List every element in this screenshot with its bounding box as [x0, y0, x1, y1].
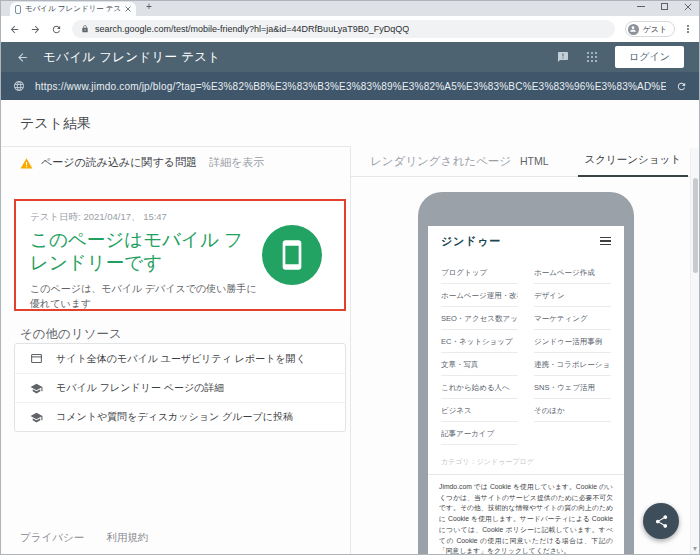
- google-apps-icon[interactable]: [587, 52, 597, 62]
- globe-icon: [13, 80, 25, 92]
- tested-url-text: https://www.jimdo.com/jp/blog/?tag=%E3%8…: [35, 81, 666, 92]
- phone-menu-item: 文章・写真: [441, 353, 518, 376]
- phone-menu-item: EC・ネットショップ: [441, 330, 518, 353]
- phone-menu-item: デザイン: [534, 284, 611, 307]
- avatar: [628, 24, 639, 35]
- app-header: モバイル フレンドリー テスト ログイン: [0, 42, 700, 72]
- browser-forward-icon[interactable]: [30, 24, 41, 35]
- scrollbar-thumb[interactable]: [693, 178, 698, 273]
- scrollbar[interactable]: [690, 148, 699, 554]
- browser-tab-strip: モバイル フレンドリー テスト - Googl +: [0, 0, 700, 16]
- jimdo-logo: ジンドゥー: [441, 234, 501, 249]
- browser-toolbar: search.google.com/test/mobile-friendly?h…: [0, 16, 700, 42]
- tested-url-bar[interactable]: https://www.jimdo.com/jp/blog/?tag=%E3%8…: [0, 72, 700, 100]
- login-button[interactable]: ログイン: [615, 46, 684, 68]
- privacy-link[interactable]: プライバシー: [20, 531, 84, 545]
- phone-menu-item: ビジネス: [441, 399, 518, 422]
- phone-menu-item: SNS・ウェブ活用: [534, 376, 611, 399]
- verdict-description: このページは、モバイル デバイスでの使い勝手に優れています: [30, 281, 258, 311]
- result-card-annotated: テスト日時: 2021/04/17、 15:47 このページはモバイル フレンド…: [14, 199, 346, 311]
- window-close-icon[interactable]: [684, 3, 692, 11]
- lock-icon: [81, 25, 89, 33]
- tab-html[interactable]: HTML: [515, 155, 554, 167]
- phone-menu-item: そのほか: [534, 399, 611, 422]
- report-icon: [30, 352, 43, 365]
- divider: [350, 146, 351, 555]
- phone-site-header: ジンドゥー: [428, 226, 624, 256]
- new-tab-button[interactable]: +: [146, 1, 152, 12]
- cookie-banner: Jimdo.com では Cookie を使用しています。Cookie のいくつ…: [428, 474, 624, 555]
- phone-menu-item: 記事アーカイブ: [441, 422, 518, 445]
- phone-menu-left: ブログトップホームページ運用・改善SEO・アクセス数アップEC・ネットショップ文…: [441, 261, 518, 445]
- preview-tab-bar: レンダリングされたページ HTML スクリーンショット: [351, 146, 700, 177]
- phone-menu-item: ホームページ作成: [534, 261, 611, 284]
- phone-category-caption: カテゴリ：ジンドゥーブログ: [441, 457, 611, 467]
- window-maximize-icon[interactable]: [661, 3, 668, 10]
- verdict-text: このページはモバイル フレンドリーです: [30, 228, 248, 275]
- phone-menu-item: マーケティング: [534, 307, 611, 330]
- app-title: モバイル フレンドリー テスト: [43, 49, 220, 66]
- phone-menu: ブログトップホームページ運用・改善SEO・アクセス数アップEC・ネットショップ文…: [428, 256, 624, 445]
- phone-menu-item: ジンドゥー活用事例: [534, 330, 611, 353]
- tab-title: モバイル フレンドリー テスト - Googl: [25, 4, 121, 14]
- resource-link-usability-report[interactable]: サイト全体のモバイル ユーザビリティ レポートを開く: [15, 344, 345, 373]
- page-title: テスト結果: [20, 115, 91, 133]
- warning-icon: [20, 157, 33, 169]
- share-button[interactable]: [643, 503, 679, 539]
- phone-menu-item: 連携・コラボレーション: [534, 353, 611, 376]
- warning-row: ページの読み込みに関する問題 詳細を表示: [20, 155, 264, 170]
- profile-label: ゲスト: [643, 24, 668, 35]
- scrollbar-down-icon[interactable]: [693, 547, 697, 551]
- resources-heading: その他のリソース: [20, 326, 122, 343]
- feedback-icon[interactable]: [557, 51, 569, 63]
- browser-tab[interactable]: モバイル フレンドリー テスト - Googl: [10, 2, 136, 16]
- phone-screenshot: ジンドゥー ブログトップホームページ運用・改善SEO・アクセス数アップEC・ネッ…: [428, 226, 624, 555]
- phone-menu-item: SEO・アクセス数アップ: [441, 307, 518, 330]
- phone-menu-item: これから始める人へ: [441, 376, 518, 399]
- phone-menu-right: ホームページ作成デザインマーケティングジンドゥー活用事例連携・コラボレーションS…: [534, 261, 611, 445]
- hamburger-icon: [600, 237, 611, 246]
- omnibox-url: search.google.com/test/mobile-friendly?h…: [95, 24, 409, 34]
- warning-details-link[interactable]: 詳細を表示: [209, 155, 264, 170]
- retest-icon[interactable]: [676, 81, 687, 92]
- resource-link-mobile-friendly-docs[interactable]: モバイル フレンドリー ページの詳細: [15, 373, 345, 402]
- phone-mockup: ジンドゥー ブログトップホームページ運用・改善SEO・アクセス数アップEC・ネッ…: [418, 192, 634, 555]
- omnibox[interactable]: search.google.com/test/mobile-friendly?h…: [72, 20, 615, 38]
- page-footer: プライバシー 利用規約: [20, 531, 148, 545]
- cookie-text: Jimdo.com では Cookie を使用しています。Cookie のいくつ…: [439, 482, 613, 555]
- rendered-page-label: レンダリングされたページ: [370, 154, 511, 169]
- app-back-icon[interactable]: [16, 51, 29, 64]
- browser-menu-icon[interactable]: [685, 25, 691, 33]
- school-icon: [30, 411, 43, 424]
- resource-link-discussion-group[interactable]: コメントや質問をディスカッション グループに投稿: [15, 402, 345, 431]
- test-date: テスト日時: 2021/04/17、 15:47: [30, 211, 330, 224]
- terms-link[interactable]: 利用規約: [106, 531, 148, 545]
- profile-button[interactable]: ゲスト: [625, 21, 676, 37]
- phone-menu-item: ホームページ運用・改善: [441, 284, 518, 307]
- tab-screenshot[interactable]: スクリーンショット: [578, 146, 688, 177]
- school-icon: [30, 382, 43, 395]
- phone-menu-item: ブログトップ: [441, 261, 518, 284]
- browser-reload-icon[interactable]: [51, 24, 62, 35]
- warning-label: ページの読み込みに関する問題: [41, 155, 197, 170]
- mobile-friendly-icon: [262, 225, 322, 285]
- tab-close-icon[interactable]: [125, 6, 131, 12]
- divider: [0, 146, 350, 147]
- tab-favicon-icon: [15, 5, 21, 14]
- browser-back-icon[interactable]: [9, 24, 20, 35]
- share-icon: [654, 514, 669, 529]
- page-content: テスト結果 ページの読み込みに関する問題 詳細を表示 テスト日時: 2021/0…: [0, 100, 700, 555]
- resources-card: サイト全体のモバイル ユーザビリティ レポートを開く モバイル フレンドリー ペ…: [14, 343, 346, 432]
- window-minimize-icon[interactable]: [637, 6, 645, 7]
